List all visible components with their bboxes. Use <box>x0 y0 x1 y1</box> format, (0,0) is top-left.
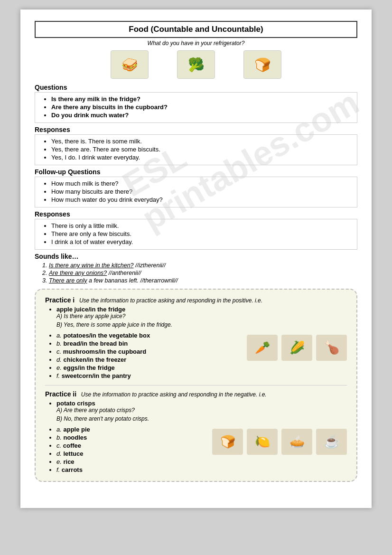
responses2-list: There is only a little milk. There are o… <box>42 222 350 245</box>
response-item: Yes, I do. I drink water everyday. <box>51 154 350 161</box>
practice-ii-desc: Use the information to practice asking a… <box>81 391 267 398</box>
practice-box: Practice i Use the information to practi… <box>35 289 357 482</box>
practice-i-example-item: apple juice/in the fridge <box>56 306 347 313</box>
practice-i-example-b: B) Yes, there is some apple juice in the… <box>56 321 347 328</box>
title-box: Food (Countable and Uncountable) <box>35 21 357 38</box>
responses2-heading: Responses <box>35 210 357 218</box>
followup-item: How many biscuits are there? <box>51 188 350 195</box>
pronunciation: //therarrownli// <box>140 277 178 284</box>
sound-item: There are only a few bananas left. //the… <box>49 277 357 284</box>
practice-ii-example-item: potato crisps <box>56 400 347 407</box>
sound-item: Is there any wine in the kitchen? //izth… <box>49 262 357 269</box>
practice-i-item: mushrooms/in the cupboard <box>56 348 150 355</box>
practice-ii-item: coffee <box>56 442 90 449</box>
practice-ii-list: apple pie noodles coffee lettuce rice ca… <box>45 426 90 474</box>
question-item: Is there any milk in the fridge? <box>51 95 350 103</box>
practice-ii-item: carrots <box>56 466 90 473</box>
practice-ii-item: rice <box>56 458 90 465</box>
sounds-list: Is there any wine in the kitchen? //izth… <box>35 262 357 284</box>
lemon-icon: 🍋 <box>247 429 278 455</box>
responses1-list: Yes, there is. There is some milk. Yes, … <box>42 138 350 161</box>
practice-i-item: bread/in the bread bin <box>56 340 150 347</box>
responses1-heading: Responses <box>35 126 357 133</box>
practice-i-section: Practice i Use the information to practi… <box>45 296 347 380</box>
response2-item: I drink a lot of water everyday. <box>51 238 350 245</box>
responses2-box: There is only a little milk. There are o… <box>35 219 357 250</box>
practice-ii-item: noodles <box>56 434 90 441</box>
followup-list: How much milk is there? How many biscuit… <box>42 180 350 203</box>
practice-i-item: chicken/in the freezer <box>56 356 150 363</box>
bread-loaf-icon: 🍞 <box>212 429 243 455</box>
pronunciation: //iztherenii// <box>135 262 166 269</box>
subtitle: What do you have in your refrigerator? <box>35 40 357 47</box>
practice-i-example-list: apple juice/in the fridge <box>45 306 347 313</box>
response2-item: There is only a little milk. <box>51 222 350 229</box>
practice-ii-heading: Practice ii <box>45 390 76 398</box>
practice-ii-section: Practice ii Use the information to pract… <box>45 390 347 474</box>
practice-ii-example-list: potato crisps <box>45 400 347 407</box>
practice-i-item: sweetcorn/in the pantry <box>56 372 150 379</box>
pie-icon: 🥧 <box>281 429 312 455</box>
questions-list: Is there any milk in the fridge? Are the… <box>42 95 350 119</box>
vegetables-icon: 🥦 <box>177 50 215 79</box>
food-images: 🥪 🥦 🍞 <box>35 50 357 79</box>
practice-i-desc: Use the information to practice asking a… <box>79 297 262 304</box>
sounds-like-section: Is there any wine in the kitchen? //izth… <box>35 262 357 284</box>
followup-box: How much milk is there? How many biscuit… <box>35 177 357 207</box>
practice-ii-item: lettuce <box>56 450 90 457</box>
coffee-icon: ☕ <box>316 429 347 455</box>
bread-icon: 🍞 <box>243 50 281 79</box>
practice-i-list: potatoes/in the vegetable box bread/in t… <box>45 332 150 380</box>
practice-i-item: eggs/in the fridge <box>56 364 150 371</box>
followup-item: How much milk is there? <box>51 180 350 187</box>
questions-heading: Questions <box>35 84 357 91</box>
sounds-like-heading: Sounds like… <box>35 253 357 260</box>
carrot-icon: 🥕 <box>247 335 278 361</box>
response-item: Yes, there is. There is some milk. <box>51 138 350 145</box>
questions-box: Is there any milk in the fridge? Are the… <box>35 92 357 123</box>
sandwich-icon: 🥪 <box>111 50 149 79</box>
practice-ii-example-b: B) No, there aren't any potato crisps. <box>56 415 347 422</box>
corn-icon: 🌽 <box>281 335 312 361</box>
question-item: Are there any biscuits in the cupboard? <box>51 103 350 111</box>
responses1-box: Yes, there is. There is some milk. Yes, … <box>35 134 357 165</box>
pronunciation: //antherenii// <box>109 270 141 276</box>
page-title: Food (Countable and Uncountable) <box>40 25 352 34</box>
followup-heading: Follow-up Questions <box>35 168 357 176</box>
response2-item: There are only a few biscuits. <box>51 230 350 237</box>
response-item: Yes, there are. There are some biscuits. <box>51 146 350 153</box>
question-item: Do you drink much water? <box>51 112 350 119</box>
sound-item: Are there any onions? //antherenii// <box>49 270 357 276</box>
practice-i-heading: Practice i <box>45 296 75 304</box>
practice-i-example-a: A) Is there any apple juice? <box>56 313 347 320</box>
chicken-icon: 🍗 <box>316 335 347 361</box>
practice-ii-example-a: A) Are there any potato crisps? <box>56 407 347 414</box>
page: ESLprintables.com Food (Countable and Un… <box>20 9 372 508</box>
followup-item: How much water do you drink everyday? <box>51 196 350 203</box>
practice-ii-item: apple pie <box>56 426 90 433</box>
practice-i-item: potatoes/in the vegetable box <box>56 332 150 339</box>
